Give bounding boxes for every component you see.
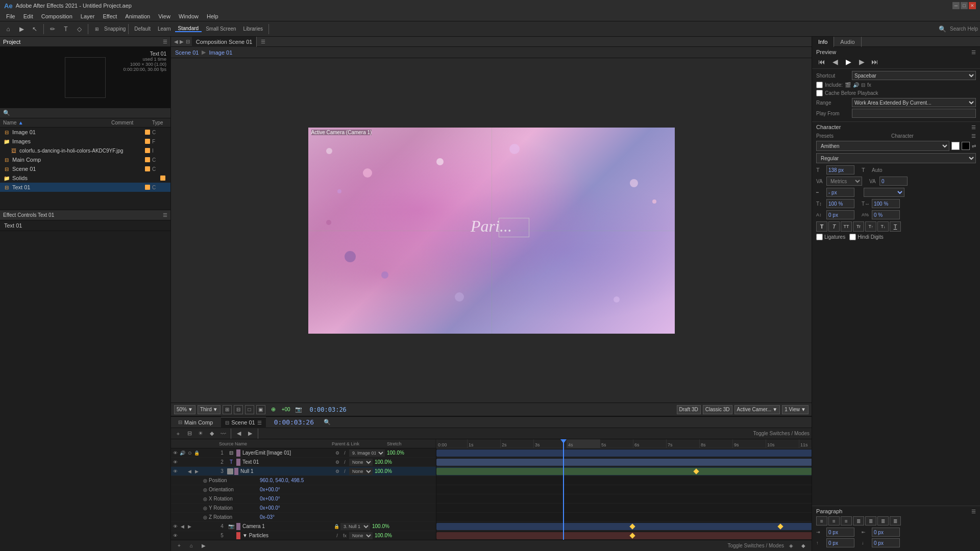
prop-value-xrot[interactable]: 0x+00.0°	[260, 496, 280, 502]
prev-back-button[interactable]: ◀	[829, 57, 841, 66]
char-size-input[interactable]	[826, 165, 854, 174]
workspace-learn[interactable]: Learn	[155, 26, 174, 32]
prev-last-button[interactable]: ⏭	[869, 57, 880, 66]
menu-view[interactable]: View	[154, 13, 175, 19]
maximize-button[interactable]: □	[961, 2, 968, 9]
hindi-digits-label[interactable]: Hindi Digits	[849, 234, 884, 240]
tl-new-layer[interactable]: +	[173, 429, 183, 438]
tl-bottom-graph[interactable]: ◈	[786, 541, 796, 550]
prop-value-zrot[interactable]: 0x-03°	[260, 514, 275, 520]
char-stroke-select[interactable]	[864, 188, 904, 197]
include-checkbox[interactable]	[816, 82, 823, 88]
play-button[interactable]: ▶	[15, 23, 28, 35]
comp-tab-scene01[interactable]: Composition Scene 01	[192, 37, 257, 47]
menu-composition[interactable]: Composition	[37, 13, 77, 19]
tl-arrows-left[interactable]: ◀	[234, 429, 244, 438]
char-style-select[interactable]: Regular	[816, 153, 976, 163]
timeline-timecode[interactable]: 0:00:03:26	[270, 418, 318, 426]
workspace-smallscreen[interactable]: Small Screen	[203, 26, 239, 32]
shape-tool[interactable]: ◇	[73, 23, 85, 35]
para-menu[interactable]: ☰	[971, 509, 976, 514]
char-color-fill[interactable]	[951, 142, 960, 150]
menu-layer[interactable]: Layer	[77, 13, 99, 19]
tl-motion[interactable]: 〰	[218, 429, 228, 438]
timeline-tab-maincomp[interactable]: ⊟ Main Comp	[174, 417, 217, 428]
prev-play-button[interactable]: ▶	[843, 57, 854, 66]
char-horiz-scale[interactable]	[872, 199, 900, 208]
search-button[interactable]: 🔍	[937, 23, 949, 35]
layer-2-eye[interactable]: 👁	[172, 459, 179, 465]
layer-3-play[interactable]: ▶	[193, 468, 200, 474]
region-button[interactable]: □	[245, 405, 254, 414]
char-menu[interactable]: ☰	[971, 124, 976, 130]
menu-animation[interactable]: Animation	[121, 13, 154, 19]
char-fmt-smallcaps[interactable]: Tr	[853, 221, 864, 232]
col-name-header[interactable]: Name ▲	[3, 120, 111, 126]
prop-value-yrot[interactable]: 0x+00.0°	[260, 505, 280, 511]
project-item-maincomp[interactable]: ⊟ Main Comp C	[0, 155, 170, 164]
preview-adjust[interactable]: ⊕	[267, 404, 280, 415]
para-justify-all[interactable]: ≣	[890, 516, 901, 525]
layer-5-parent[interactable]: None	[349, 532, 373, 539]
cache-checkbox[interactable]	[816, 90, 823, 96]
layer-3-name[interactable]: Null 1	[239, 468, 334, 474]
zoom-control[interactable]: 50% ▼	[174, 405, 195, 414]
hindi-digits-checkbox[interactable]	[849, 234, 856, 240]
comp-options[interactable]: ▣	[256, 405, 265, 414]
layer-3-sw1[interactable]: ⚙	[334, 468, 340, 474]
grid-button[interactable]: ⊞	[223, 405, 232, 414]
right-tab-audio[interactable]: Audio	[834, 37, 861, 47]
layer-2-parent[interactable]: None	[349, 459, 373, 466]
comp-panel-arrows[interactable]: ◀ ▶	[174, 39, 184, 44]
layer-4-eye[interactable]: 👁	[172, 523, 179, 530]
ligatures-checkbox[interactable]	[816, 234, 823, 240]
tl-bottom-play[interactable]: ▶	[199, 541, 209, 550]
tl-bottom-diamond[interactable]: ◆	[798, 541, 808, 550]
prev-forward-button[interactable]: ▶	[856, 57, 867, 66]
char-fmt-allcaps[interactable]: TT	[841, 221, 852, 232]
layer-4-play[interactable]: ▶	[186, 523, 193, 530]
project-item-images-folder[interactable]: 📁 Images F	[0, 137, 170, 146]
layer-1-eye[interactable]: 👁	[172, 449, 179, 456]
project-item-colorful-jpg[interactable]: 🖼 colorfu..s-dancing-in-holi-colors-AKDC…	[0, 146, 170, 155]
char-fmt-super[interactable]: T↑	[865, 221, 876, 232]
para-space-after[interactable]	[872, 538, 900, 547]
project-item-scene01[interactable]: ⊟ Scene 01 C	[0, 164, 170, 173]
breadcrumb-image01[interactable]: Image 01	[209, 49, 232, 56]
range-select[interactable]: Work Area Extended By Current...	[852, 98, 976, 107]
char-baseline-input[interactable]	[826, 210, 854, 219]
tl-arrows-right[interactable]: ▶	[245, 429, 255, 438]
project-tab[interactable]: Project	[3, 39, 20, 45]
char-fmt-sub[interactable]: T↓	[877, 221, 889, 232]
guide-button[interactable]: ⊟	[234, 405, 243, 414]
para-justify-left[interactable]: ≣	[853, 516, 864, 525]
char-tsume-input[interactable]	[872, 210, 900, 219]
layer-1-lock[interactable]: 🔒	[193, 449, 200, 456]
right-tab-info[interactable]: Info	[812, 37, 834, 47]
snapping-button[interactable]: ⊞	[91, 23, 103, 35]
layer-1-name[interactable]: LayerEmit [Image 01]	[241, 450, 334, 456]
project-item-solids[interactable]: 📁 Solids	[0, 173, 170, 183]
char-stroke-input[interactable]	[826, 188, 854, 197]
timeline-tab-scene01[interactable]: ⊟ Scene 01 ☰	[221, 417, 265, 428]
layer-1-solo[interactable]: ⊙	[186, 449, 193, 456]
para-align-left[interactable]: ≡	[816, 516, 827, 525]
para-justify-center[interactable]: ≣	[865, 516, 876, 525]
layer-5-eye[interactable]: 👁	[172, 532, 179, 539]
menu-help[interactable]: Help	[203, 13, 223, 19]
project-panel-menu[interactable]: ☰	[163, 39, 167, 44]
tl-bottom-add[interactable]: +	[174, 541, 184, 550]
pen-tool[interactable]: ✏	[46, 23, 59, 35]
char-settings[interactable]: ☰	[971, 133, 976, 139]
char-fmt-bold[interactable]: T	[816, 221, 827, 232]
close-button[interactable]: ✕	[969, 2, 976, 9]
workspace-default[interactable]: Default	[131, 26, 154, 32]
project-item-text01[interactable]: ⊟ Text 01 C	[0, 183, 170, 192]
effect-panel-menu[interactable]: ☰	[163, 212, 167, 218]
comp-tab-menu[interactable]: ☰	[261, 39, 265, 44]
shortcut-select[interactable]: Spacebar	[852, 71, 976, 80]
char-fmt-italic[interactable]: T	[828, 221, 840, 232]
text-tool[interactable]: T	[60, 23, 72, 35]
menu-edit[interactable]: Edit	[19, 13, 37, 19]
menu-window[interactable]: Window	[175, 13, 203, 19]
